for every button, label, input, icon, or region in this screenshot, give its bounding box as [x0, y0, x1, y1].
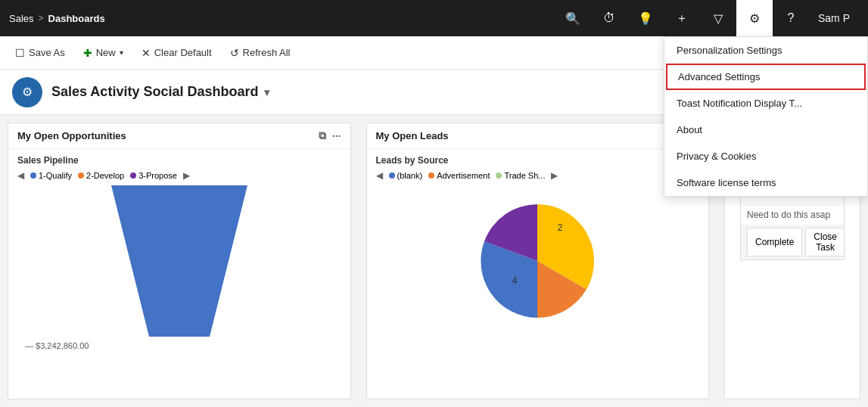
new-label: New: [96, 47, 116, 58]
expand-icon[interactable]: ⧉: [319, 129, 326, 142]
legend-label-3: 3-Propose: [138, 171, 177, 180]
legend-opportunities: ◀ 1-Qualify 2-Develop 3-Propose ▶: [17, 170, 341, 181]
toast-description: Need to do this asap: [747, 210, 830, 220]
legend-next-icon[interactable]: ▶: [183, 170, 190, 181]
clear-default-label: Clear Default: [154, 47, 212, 58]
save-icon: ☐: [15, 47, 25, 59]
funnel-chart: [96, 185, 263, 352]
pie-chart: 2 4: [469, 193, 605, 329]
new-icon: ✚: [83, 47, 92, 59]
save-as-label: Save As: [29, 47, 65, 58]
breadcrumb-current: Dashboards: [48, 13, 105, 24]
complete-button[interactable]: Complete: [747, 228, 802, 256]
legend-leads-item-2: Advertisement: [428, 171, 490, 180]
page-title: Sales Activity Social Dashboard: [51, 84, 258, 100]
menu-item-advanced[interactable]: Advanced Settings: [666, 64, 866, 90]
page-title-area: Sales Activity Social Dashboard ▾: [51, 84, 269, 100]
breadcrumb-parent[interactable]: Sales: [9, 13, 34, 24]
new-button[interactable]: ✚ New ▾: [77, 43, 129, 63]
lightbulb-icon-btn[interactable]: 💡: [627, 0, 664, 36]
legend-prev-icon[interactable]: ◀: [17, 170, 24, 181]
panel-leads-title: My Open Leads: [376, 130, 449, 141]
panel-opportunities: My Open Opportunities ⧉ ··· Sales Pipeli…: [8, 123, 351, 399]
legend-dot-2: [78, 172, 84, 179]
legend-leads-label-3: Trade Sh...: [504, 171, 545, 180]
recent-icon-btn[interactable]: ⏱: [591, 0, 627, 36]
legend-leads-label-1: (blank): [397, 171, 423, 180]
close-task-button[interactable]: Close Task: [805, 228, 845, 256]
legend-leads-dot-1: [389, 172, 395, 179]
refresh-all-button[interactable]: ↺ Refresh All: [224, 43, 297, 63]
help-icon-btn[interactable]: ?: [773, 0, 809, 36]
menu-item-personalization[interactable]: Personalization Settings: [664, 37, 867, 64]
legend-label-1: 1-Qualify: [39, 171, 72, 180]
svg-text:2: 2: [558, 222, 563, 233]
legend-leads-next-icon[interactable]: ▶: [551, 170, 558, 181]
refresh-all-label: Refresh All: [243, 47, 291, 58]
legend-leads-dot-2: [428, 172, 434, 179]
breadcrumb-separator: >: [39, 13, 44, 23]
toast-actions: Complete Close Task: [741, 225, 844, 259]
more-icon[interactable]: ···: [332, 130, 341, 142]
refresh-icon: ↺: [230, 47, 239, 59]
legend-leads-item-1: (blank): [389, 171, 423, 180]
search-icon-btn[interactable]: 🔍: [555, 0, 591, 36]
nav-icons-group: 🔍 ⏱ 💡 ＋ ▽ ⚙ ? Sam P: [555, 0, 859, 36]
clear-icon: ✕: [142, 47, 151, 59]
chart-title-pipeline: Sales Pipeline: [17, 155, 341, 166]
legend-label-2: 2-Develop: [86, 171, 124, 180]
legend-item-3: 3-Propose: [130, 171, 177, 180]
save-as-button[interactable]: ☐ Save As: [9, 43, 71, 63]
chart-title-leads: Leads by Source: [376, 155, 700, 166]
svg-text:4: 4: [512, 275, 518, 286]
breadcrumb: Sales > Dashboards: [9, 13, 105, 24]
legend-leads-dot-3: [496, 172, 502, 179]
clear-default-button[interactable]: ✕ Clear Default: [135, 43, 218, 63]
legend-leads-prev-icon[interactable]: ◀: [376, 170, 383, 181]
user-menu[interactable]: Sam P: [809, 0, 859, 36]
legend-item-2: 2-Develop: [78, 171, 124, 180]
legend-dot-1: [30, 172, 36, 179]
page-title-chevron-icon[interactable]: ▾: [264, 86, 269, 98]
panel-opportunities-header: My Open Opportunities ⧉ ···: [8, 123, 350, 149]
top-nav-bar: Sales > Dashboards 🔍 ⏱ 💡 ＋ ▽ ⚙ ? Sam P: [0, 0, 868, 36]
legend-leads: ◀ (blank) Advertisement Trade Sh... ▶: [376, 170, 700, 181]
toast-body: Need to do this asap: [741, 205, 844, 225]
new-chevron-icon[interactable]: ▾: [120, 48, 123, 57]
legend-leads-item-3: Trade Sh...: [496, 171, 545, 180]
menu-item-about[interactable]: About: [664, 117, 867, 143]
funnel-value-label: — $3,242,860.00: [25, 341, 89, 350]
legend-dot-3: [130, 172, 136, 179]
add-icon-btn[interactable]: ＋: [664, 0, 700, 36]
settings-dropdown-menu: Personalization Settings Advanced Settin…: [664, 36, 868, 197]
page-icon-symbol: ⚙: [22, 85, 33, 99]
panel-opportunities-body: Sales Pipeline ◀ 1-Qualify 2-Develop 3-P…: [8, 149, 350, 399]
user-name: Sam P: [818, 12, 850, 24]
legend-item-1: 1-Qualify: [30, 171, 72, 180]
panel-opportunities-title: My Open Opportunities: [17, 130, 126, 141]
legend-leads-label-2: Advertisement: [437, 171, 490, 180]
panel-leads: My Open Leads ⧉ ··· Leads by Source ◀ (b…: [366, 123, 710, 399]
page-icon: ⚙: [12, 77, 42, 107]
panel-leads-header: My Open Leads ⧉ ···: [367, 123, 709, 149]
panel-opportunities-controls: ⧉ ···: [319, 129, 341, 142]
panel-leads-body: Leads by Source ◀ (blank) Advertisement …: [367, 149, 709, 399]
menu-item-toast[interactable]: Toast Notification Display T...: [664, 90, 867, 117]
filter-icon-btn[interactable]: ▽: [700, 0, 736, 36]
menu-item-privacy[interactable]: Privacy & Cookies: [664, 143, 867, 169]
settings-icon-btn[interactable]: ⚙: [736, 0, 773, 36]
svg-marker-0: [111, 185, 247, 337]
menu-item-license[interactable]: Software license terms: [664, 169, 867, 196]
